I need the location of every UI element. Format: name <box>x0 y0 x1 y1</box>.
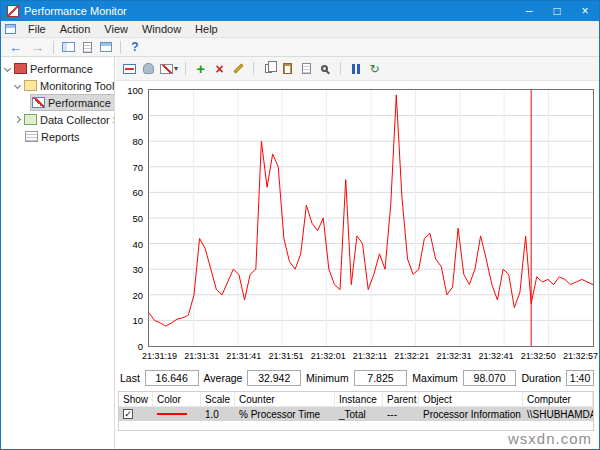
database-icon <box>143 63 154 74</box>
maximum-value: 98.070 <box>463 370 517 386</box>
legend-table: Show Color Scale Counter Instance Parent… <box>118 391 594 431</box>
new-window-button[interactable] <box>98 39 114 55</box>
menu-action[interactable]: Action <box>53 21 98 37</box>
forward-button[interactable]: → <box>28 41 47 54</box>
back-button[interactable]: ← <box>6 41 25 54</box>
graph-type-dropdown[interactable]: ▾ <box>160 61 178 77</box>
tree-item-monitoring-tools[interactable]: Monitoring Tools <box>1 77 114 94</box>
tree-selection-highlight: Performance Monitor <box>31 95 114 110</box>
view-log-data-button[interactable] <box>141 61 156 77</box>
tree-item-data-collector-sets[interactable]: Data Collector Sets <box>1 111 114 128</box>
add-counter-button[interactable]: + <box>193 61 208 77</box>
monitoring-tools-icon <box>24 80 37 91</box>
zoom-button[interactable] <box>318 61 333 77</box>
y-axis-label: 70 <box>119 162 143 173</box>
legend-header-show[interactable]: Show <box>119 392 153 406</box>
tree-item-reports[interactable]: Reports <box>1 128 114 145</box>
menu-file[interactable]: File <box>21 21 53 37</box>
chevron-down-icon[interactable] <box>4 65 11 72</box>
magnifier-icon <box>321 65 328 72</box>
close-button[interactable]: × <box>571 1 599 21</box>
paste-counter-list-button[interactable] <box>280 61 295 77</box>
y-axis-label: 60 <box>119 187 143 198</box>
console-toolbar: ← → ? <box>1 38 599 57</box>
view-current-activity-button[interactable] <box>122 61 137 77</box>
tree-item-label: Performance <box>30 63 96 75</box>
toolbar-separator <box>253 62 254 75</box>
export-list-button[interactable] <box>79 39 95 55</box>
console-window-icon <box>5 24 16 34</box>
legend-header-object[interactable]: Object <box>419 392 523 406</box>
properties-button[interactable] <box>299 61 314 77</box>
highlight-button[interactable] <box>231 61 246 77</box>
x-axis-label: 21:31:19 <box>142 351 177 361</box>
update-data-button[interactable]: ↻ <box>367 61 382 77</box>
average-label: Average <box>204 372 243 384</box>
stats-bar: Last 16.646 Average 32.942 Minimum 7.825… <box>120 369 594 387</box>
console-tree-pane: Performance Monitoring Tools Performance… <box>1 57 115 449</box>
tree-item-label: Monitoring Tools <box>40 80 114 92</box>
copy-icon <box>265 64 272 73</box>
legend-header-scale[interactable]: Scale <box>201 392 235 406</box>
toolbar-separator <box>120 41 121 54</box>
console-content: Performance Monitoring Tools Performance… <box>1 57 599 449</box>
last-value: 16.646 <box>145 370 199 386</box>
tree-item-performance[interactable]: Performance <box>1 60 114 77</box>
maximum-label: Maximum <box>412 372 458 384</box>
tree-item-performance-monitor[interactable]: Performance Monitor <box>1 94 114 111</box>
legend-color-sample <box>157 413 187 415</box>
monitor-icon <box>123 64 136 74</box>
legend-row[interactable]: ✓ 1.0 % Processor Time _Total --- Proces… <box>119 407 593 421</box>
freeze-display-button[interactable] <box>348 61 363 77</box>
copy-properties-button[interactable] <box>261 61 276 77</box>
legend-header-counter[interactable]: Counter <box>235 392 335 406</box>
delete-counter-button[interactable]: × <box>212 61 227 77</box>
minimum-label: Minimum <box>306 372 349 384</box>
dropdown-caret-icon: ▾ <box>174 65 178 73</box>
y-axis-label: 100 <box>119 85 143 96</box>
x-axis-label: 21:32:41 <box>479 351 514 361</box>
last-label: Last <box>120 372 140 384</box>
duration-value: 1:40 <box>566 370 594 386</box>
x-axis-label: 21:31:31 <box>184 351 219 361</box>
watermark: wsxdn.com <box>508 430 592 447</box>
legend-header-color[interactable]: Color <box>153 392 201 406</box>
y-axis-label: 50 <box>119 213 143 224</box>
legend-computer: \\SHUBHAMDALW... <box>523 409 593 420</box>
properties-sheet-icon <box>302 63 311 74</box>
duration-label: Duration <box>521 372 561 384</box>
y-axis-label: 90 <box>119 111 143 122</box>
window-title: Performance Monitor <box>24 5 127 17</box>
minimize-button[interactable]: – <box>515 1 543 21</box>
x-axis-label: 21:32:31 <box>436 351 471 361</box>
performance-monitor-icon <box>32 97 45 108</box>
maximize-button[interactable]: □ <box>543 1 571 21</box>
legend-header-instance[interactable]: Instance <box>335 392 383 406</box>
pencil-icon <box>234 64 244 74</box>
menu-view[interactable]: View <box>97 21 135 37</box>
line-chart-icon <box>160 64 173 74</box>
y-axis-label: 30 <box>119 264 143 275</box>
new-window-icon <box>100 42 112 52</box>
console-tree-icon <box>62 42 75 52</box>
legend-header-computer[interactable]: Computer <box>523 392 593 406</box>
toolbar-separator <box>340 62 341 75</box>
legend-header-parent[interactable]: Parent <box>383 392 419 406</box>
x-axis-label: 21:32:57 <box>563 351 598 361</box>
y-axis-label: 0 <box>119 341 143 352</box>
minimum-value: 7.825 <box>354 370 408 386</box>
window-controls: – □ × <box>515 1 599 21</box>
show-checkbox[interactable]: ✓ <box>123 409 133 419</box>
show-hide-console-tree-button[interactable] <box>60 39 76 55</box>
legend-parent: --- <box>383 409 419 420</box>
menu-help[interactable]: Help <box>188 21 225 37</box>
chevron-down-icon[interactable] <box>14 82 21 89</box>
performance-monitor-pane: ▾ + × ↻ 1009080706050403020100 21:31:192… <box>116 57 599 449</box>
performance-monitor-window: Performance Monitor – □ × File Action Vi… <box>0 0 600 450</box>
chevron-right-icon[interactable] <box>14 116 21 123</box>
chart-plot-area <box>149 90 593 346</box>
menu-window[interactable]: Window <box>135 21 188 37</box>
x-axis-label: 21:32:11 <box>353 351 387 361</box>
export-list-icon <box>83 42 92 53</box>
help-button[interactable]: ? <box>127 39 143 55</box>
